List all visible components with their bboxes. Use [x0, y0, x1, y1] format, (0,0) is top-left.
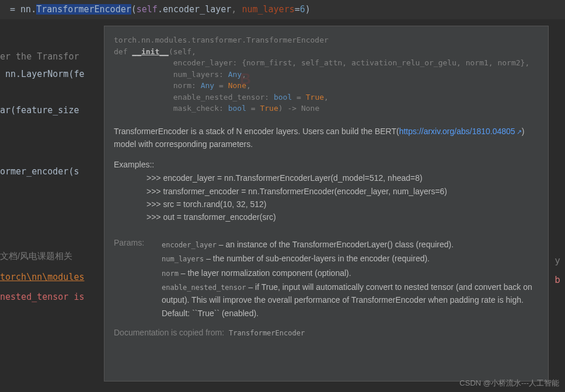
module-path: torch.nn.modules.transformer.Transformer…: [114, 36, 329, 44]
doc-from-name: TransformerEncoder: [229, 329, 305, 337]
right-char: y: [554, 255, 560, 266]
number-literal: 6: [300, 4, 305, 15]
type-hint: Any: [201, 81, 214, 90]
param-desc: – the layer normalization component (opt…: [179, 268, 351, 278]
csdn-watermark: CSDN @小桥流水---人工智能: [459, 378, 559, 388]
kwarg-name: num_layers: [242, 4, 294, 15]
code-bg-line: 文档/风电课题相关: [0, 251, 72, 262]
right-char: b: [554, 274, 560, 285]
sig-param: mask_check:: [114, 104, 228, 113]
comma: ,: [231, 4, 242, 15]
sig-param: encoder_layer: {norm_first, self_attn, a…: [114, 58, 529, 67]
signature-block: torch.nn.modules.transformer.Transformer…: [114, 34, 539, 114]
code-bg-line: ar(feature_size: [0, 105, 79, 116]
param-name: num_layers: [162, 255, 204, 263]
code-bg-line: er the Transfor: [0, 51, 79, 62]
param-name: enable_nested_tensor: [162, 284, 246, 292]
documentation-popup[interactable]: B torch.nn.modules.transformer.Transform…: [104, 26, 549, 382]
paren-open: (: [131, 4, 137, 15]
sig-param: enable_nested_tensor:: [114, 93, 274, 102]
type-hint: bool: [274, 93, 292, 102]
param-name: norm: [162, 270, 179, 278]
params-section: Params: encoder_layer – an instance of t…: [114, 238, 539, 321]
watermark-logo: B: [240, 70, 251, 88]
doc-source: Documentation is copied from:Transformer…: [114, 328, 539, 337]
external-link-icon: ↗: [517, 128, 522, 135]
description-text: TransformerEncoder is a stack of N encod…: [114, 125, 539, 151]
example-line: >>> encoder_layer = nn.TransformerEncode…: [147, 172, 539, 184]
attr-access: .encoder_layer: [158, 4, 231, 15]
eq: =: [246, 104, 260, 113]
eq: =: [292, 93, 305, 102]
editor-background: = nn.TransformerEncoder(self.encoder_lay…: [0, 0, 565, 392]
desc-part1: TransformerEncoder is a stack of N encod…: [114, 127, 399, 136]
example-line: >>> src = torch.rand(10, 32, 512): [147, 198, 539, 211]
param-desc: – the number of sub-encoder-layers in th…: [204, 254, 430, 263]
code-bg-line: nn.LayerNorm(fe: [0, 69, 85, 79]
comma: ,: [324, 93, 329, 102]
type-hint: bool: [228, 104, 246, 113]
example-line: >>> out = transformer_encoder(src): [147, 211, 539, 223]
code-bg-line: ormer_encoder(s: [0, 166, 79, 177]
params-list: encoder_layer – an instance of the Trans…: [162, 238, 539, 321]
paren-close: ): [305, 4, 311, 15]
code-bg-line: nested_tensor is: [0, 292, 85, 302]
code-line-active[interactable]: = nn.TransformerEncoder(self.encoder_lay…: [0, 0, 565, 19]
param-item: enable_nested_tensor – if True, input wi…: [162, 281, 539, 320]
param-desc: – an instance of the TransformerEncoderL…: [217, 240, 454, 249]
examples-header: Examples::: [114, 160, 539, 169]
equals: =: [295, 4, 300, 15]
examples-block: >>> encoder_layer = nn.TransformerEncode…: [114, 172, 539, 224]
default-value: True: [260, 104, 278, 113]
example-line: >>> transformer_encoder = nn.Transformer…: [147, 185, 539, 198]
param-item: encoder_layer – an instance of the Trans…: [162, 238, 539, 251]
default-value: True: [306, 93, 324, 102]
sig-param: num_layers:: [114, 70, 228, 79]
sig-param: norm:: [114, 81, 201, 90]
param-item: num_layers – the number of sub-encoder-l…: [162, 252, 539, 265]
sig-self: (self,: [169, 47, 196, 56]
param-name: encoder_layer: [162, 241, 217, 249]
doc-from-label: Documentation is copied from:: [114, 328, 224, 337]
code-text: = nn.: [5, 4, 36, 15]
params-label: Params:: [114, 238, 148, 321]
eq: =: [214, 81, 228, 90]
def-keyword: def: [114, 47, 132, 56]
return-annot: ) -> None: [278, 104, 319, 113]
arxiv-link[interactable]: https://arxiv.org/abs/1810.04805: [399, 127, 515, 136]
code-bg-line: torch\nn\modules: [0, 272, 85, 282]
selected-identifier[interactable]: TransformerEncoder: [36, 4, 131, 15]
method-name: __init__: [132, 47, 169, 56]
self-keyword: self: [137, 4, 158, 15]
param-item: norm – the layer normalization component…: [162, 267, 539, 279]
